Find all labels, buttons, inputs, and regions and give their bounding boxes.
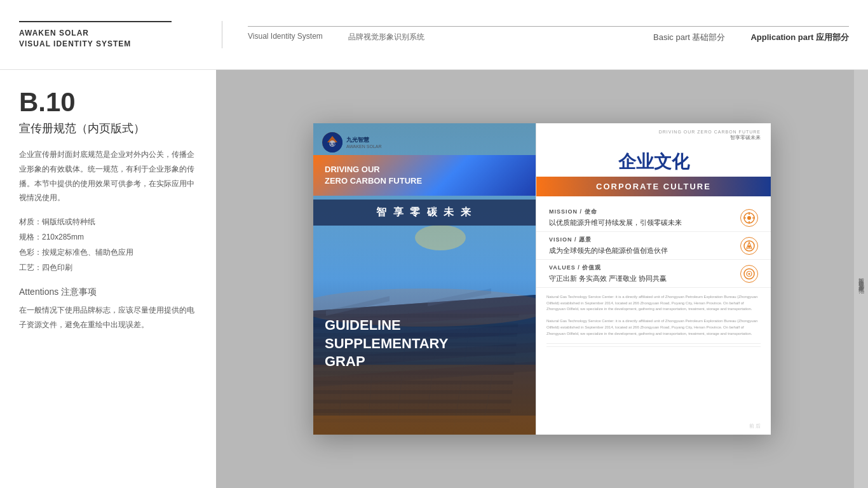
guideline-text: GUIDELINE SUPPLEMENTARY GRAP — [325, 316, 448, 371]
nav-item-vis-zh[interactable]: 品牌视觉形象识别系统 — [348, 32, 424, 43]
svg-point-47 — [749, 273, 750, 274]
main-layout: B.10 宣传册规范（内页版式） 企业宣传册封面封底规范是企业对外内公关，传播企… — [0, 70, 868, 488]
tagline-overlay: DRIVING OUR ZERO CARBON FUTURE — [313, 155, 536, 196]
small-text-2: Natural Gas Technology Service Center: i… — [546, 318, 761, 337]
tagline-en-line1: DRIVING OUR — [325, 164, 524, 175]
nav-item-vis[interactable]: Visual Identity System — [248, 32, 323, 43]
mission-left: MISSION / 使命 以优质能源升维可持续发展，引领零碳未来 — [549, 208, 682, 227]
guideline-line2: SUPPLEMENTARY — [325, 335, 448, 353]
svg-point-44 — [748, 245, 750, 248]
logo-area: AWAKEN SOLAR VISUAL IDENTITY SYSTEM — [19, 21, 222, 48]
nav-item-application[interactable]: Application part 应用部分 — [750, 32, 849, 43]
tagline-en-line2: ZERO CARBON FUTURE — [325, 175, 524, 187]
logo-subtitle: VISUAL IDENTITY SYSTEM — [19, 39, 209, 48]
right-page-header: DRIVING OUR ZERO CARBON FUTURE 智享零碳未来 — [536, 123, 771, 145]
attentions-desc: 在一般情况下使用品牌标志，应该尽量使用提供的电子资源文件，避免在重绘中出现误差。 — [19, 303, 197, 332]
values-left: VALUES / 价值观 守正出新 务实高效 严谨敬业 协同共赢 — [549, 264, 667, 283]
vision-label: VISION / 愿景 — [549, 236, 668, 244]
spec-size: 规格：210x285mm — [19, 229, 197, 245]
guideline-line3: GRAP — [325, 353, 448, 371]
logo-company: AWAKEN SOLAR — [19, 27, 209, 39]
vertical-tab-text: 版面自视觉形象规范 — [857, 273, 865, 285]
attentions-title: Attentions 注意事项 — [19, 287, 197, 298]
content-area: 九光 九光智慧 AWAKEN SOLAR DRIVING OUR ZERO CA… — [216, 70, 868, 488]
right-header-en: DRIVING OUR ZERO CARBON FUTURE — [546, 130, 761, 134]
nav-right-group: Basic part 基础部分 Application part 应用部分 — [653, 32, 849, 43]
values-label: VALUES / 价值观 — [549, 264, 667, 272]
brochure-left-page: 九光 九光智慧 AWAKEN SOLAR DRIVING OUR ZERO CA… — [313, 123, 536, 435]
vision-icon — [740, 237, 758, 255]
spec-material: 材质：铜版纸或特种纸 — [19, 214, 197, 229]
corp-title-bar: CORPORATE CULTURE — [536, 177, 771, 196]
page-divider2 — [546, 346, 761, 347]
values-content: 守正出新 务实高效 严谨敬业 协同共赢 — [549, 274, 667, 283]
small-text-1: Natural Gas Technology Service Center: i… — [546, 294, 761, 313]
section-number: B.10 — [19, 89, 197, 116]
svg-point-38 — [747, 216, 751, 220]
brochure-mockup: 九光 九光智慧 AWAKEN SOLAR DRIVING OUR ZERO CA… — [313, 123, 771, 435]
right-header-zh: 智享零碳未来 — [546, 134, 761, 141]
header-nav: Visual Identity System 品牌视觉形象识别系统 Basic … — [222, 26, 849, 43]
logo-divider — [19, 21, 172, 22]
corp-section-values: VALUES / 价值观 守正出新 务实高效 严谨敬业 协同共赢 — [536, 260, 771, 287]
tagline-zh: 智 享 零 碳 未 来 — [313, 200, 536, 226]
header: AWAKEN SOLAR VISUAL IDENTITY SYSTEM Visu… — [0, 0, 868, 70]
brochure-right-page: DRIVING OUR ZERO CARBON FUTURE 智享零碳未来 企业… — [536, 123, 771, 435]
vision-content: 成为全球领先的绿色能源价值创造伙伴 — [549, 246, 668, 255]
nav-left-group: Visual Identity System 品牌视觉形象识别系统 — [248, 32, 424, 43]
mission-label: MISSION / 使命 — [549, 208, 682, 216]
page-footer: 前 后 — [749, 423, 761, 430]
mission-icon — [740, 209, 758, 227]
guideline-line1: GUIDELINE — [325, 316, 448, 335]
spec-craft: 工艺：四色印刷 — [19, 260, 197, 275]
sidebar: B.10 宣传册规范（内页版式） 企业宣传册封面封底规范是企业对外内公关，传播企… — [0, 70, 216, 488]
vision-left: VISION / 愿景 成为全球领先的绿色能源价值创造伙伴 — [549, 236, 668, 255]
values-icon — [740, 265, 758, 283]
corp-title-zh: 企业文化 — [536, 150, 771, 174]
vertical-tab: 版面自视觉形象规范 — [854, 70, 868, 488]
nav-top-line: Visual Identity System 品牌视觉形象识别系统 Basic … — [248, 26, 849, 43]
section-title: 宣传册规范（内页版式） — [19, 121, 197, 136]
section-desc: 企业宣传册封面封底规范是企业对外内公关，传播企业形象的有效载体。统一规范，有利于… — [19, 147, 197, 205]
corp-section-vision: VISION / 愿景 成为全球领先的绿色能源价值创造伙伴 — [536, 232, 771, 260]
mission-content: 以优质能源升维可持续发展，引领零碳未来 — [549, 218, 682, 227]
corp-title-en: CORPORATE CULTURE — [546, 182, 761, 191]
corp-section-mission: MISSION / 使命 以优质能源升维可持续发展，引领零碳未来 — [536, 204, 771, 232]
nav-item-basic[interactable]: Basic part 基础部分 — [653, 32, 725, 43]
small-text-area: Natural Gas Technology Service Center: i… — [536, 287, 771, 343]
spec-color: 色彩：按规定标准色、辅助色应用 — [19, 245, 197, 260]
page-divider — [546, 343, 761, 344]
